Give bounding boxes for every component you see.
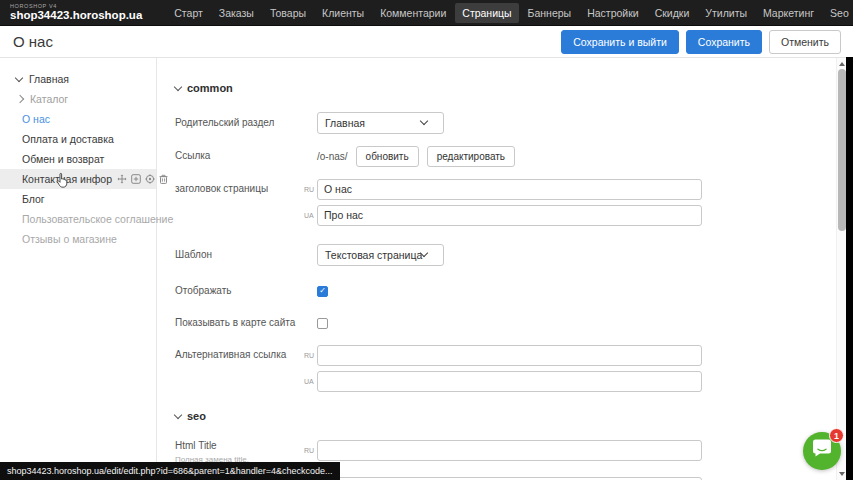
link-path-value: /o-nas/ bbox=[317, 151, 348, 162]
tree-item-label: Оплата и доставка bbox=[22, 133, 114, 145]
chevron-down-icon bbox=[174, 82, 182, 90]
lang-tag-ru: RU bbox=[303, 440, 317, 454]
header-buttons: Сохранить и выйти Сохранить Отменить bbox=[561, 30, 853, 54]
nav-item-comments[interactable]: Комментарии bbox=[373, 3, 453, 23]
section-common-header[interactable]: common bbox=[175, 82, 718, 94]
chat-bubble-icon bbox=[811, 439, 833, 463]
scrollbar-thumb[interactable] bbox=[838, 69, 846, 231]
alt-link-ru-input[interactable] bbox=[317, 345, 702, 366]
chevron-right-icon[interactable] bbox=[16, 95, 24, 103]
sitemap-label: Показывать в карте сайта bbox=[175, 317, 303, 330]
chevron-down-icon[interactable] bbox=[15, 73, 23, 81]
lang-tag-ua: UA bbox=[303, 212, 317, 219]
page-header: О нас Сохранить и выйти Сохранить Отмени… bbox=[0, 26, 853, 58]
html-title-label: Html Title bbox=[175, 440, 303, 453]
sitemap-row: Показывать в карте сайта bbox=[175, 312, 718, 334]
tree-item-label: Отзывы о магазине bbox=[22, 233, 117, 245]
tree-item-label: Контактная инфор bbox=[22, 173, 112, 185]
save-and-exit-button[interactable]: Сохранить и выйти bbox=[561, 30, 679, 54]
nav-item-products[interactable]: Товары bbox=[263, 3, 313, 23]
page-title: О нас bbox=[0, 33, 53, 50]
chat-widget-button[interactable]: 1 bbox=[803, 432, 841, 470]
template-select[interactable]: Текстовая страница bbox=[317, 244, 444, 266]
main-nav: Старт Заказы Товары Клиенты Комментарии … bbox=[166, 0, 853, 25]
pages-tree-sidebar: Главная Каталог О нас Оплата и доставка … bbox=[0, 58, 157, 480]
parent-section-label: Родительский раздел bbox=[175, 117, 303, 130]
screen-edge-black-strip bbox=[846, 57, 853, 480]
section-seo-title: seo bbox=[187, 410, 206, 422]
tree-item-kontaktnaya-infor[interactable]: Контактная инфор bbox=[0, 169, 156, 189]
chat-unread-badge: 1 bbox=[829, 428, 844, 443]
link-label: Ссылка bbox=[175, 150, 303, 163]
move-icon[interactable] bbox=[117, 174, 127, 184]
nav-item-utilities[interactable]: Утилиты bbox=[698, 3, 754, 23]
template-label: Шаблон bbox=[175, 249, 303, 262]
topbar: HOROSHOP V4 shop34423.horoshop.ua Старт … bbox=[0, 0, 853, 26]
section-common-title: common bbox=[187, 82, 233, 94]
page-title-ua-input[interactable] bbox=[317, 205, 702, 226]
nav-item-seo[interactable]: Seo bbox=[823, 3, 853, 23]
parent-section-row: Родительский раздел Главная bbox=[175, 112, 718, 134]
cancel-button[interactable]: Отменить bbox=[769, 30, 841, 54]
tree-item-polzovatelskoe-soglashenie[interactable]: Пользовательское соглашение bbox=[0, 209, 156, 229]
nav-item-pages[interactable]: Страницы bbox=[455, 3, 518, 23]
vertical-scrollbar[interactable] bbox=[836, 58, 846, 480]
lang-tag-ua: UA bbox=[303, 378, 317, 385]
add-page-icon[interactable] bbox=[131, 174, 141, 184]
sitemap-checkbox[interactable] bbox=[317, 318, 328, 329]
nav-item-settings[interactable]: Настройки bbox=[580, 3, 646, 23]
lang-tag-ru: RU bbox=[303, 352, 317, 359]
page-title-ru-input[interactable] bbox=[317, 179, 702, 200]
tree-item-label: Пользовательское соглашение bbox=[22, 213, 173, 225]
alt-link-ua-row: UA bbox=[175, 370, 718, 392]
html-title-ru-input[interactable] bbox=[317, 440, 702, 461]
parent-section-select[interactable]: Главная bbox=[317, 112, 444, 134]
save-button[interactable]: Сохранить bbox=[686, 30, 762, 54]
tree-item-obmen-i-vozvrat[interactable]: Обмен и возврат bbox=[0, 149, 156, 169]
display-row: Отображать ✓ bbox=[175, 280, 718, 302]
parent-section-selected-value: Главная bbox=[325, 117, 365, 129]
link-row: Ссылка /o-nas/ обновить редактировать bbox=[175, 145, 718, 167]
tree-item-o-nas[interactable]: О нас bbox=[0, 109, 156, 129]
tree-item-blog[interactable]: Блог bbox=[0, 189, 156, 209]
link-refresh-button[interactable]: обновить bbox=[356, 146, 419, 167]
page-title-ru-row: заголовок страницы RU bbox=[175, 178, 718, 200]
chevron-down-icon bbox=[174, 410, 182, 418]
nav-item-marketing[interactable]: Маркетинг bbox=[756, 3, 821, 23]
settings-gear-icon[interactable] bbox=[145, 174, 155, 184]
nav-item-start[interactable]: Старт bbox=[167, 3, 210, 23]
nav-item-discounts[interactable]: Скидки bbox=[648, 3, 697, 23]
tree-item-label: О нас bbox=[22, 113, 50, 125]
chevron-down-icon bbox=[420, 117, 428, 125]
tree-item-label: Каталог bbox=[30, 93, 68, 105]
tree-item-label: Блог bbox=[22, 193, 45, 205]
alt-link-ua-input[interactable] bbox=[317, 371, 702, 392]
lang-tag-ru: RU bbox=[303, 186, 317, 193]
display-checkbox[interactable]: ✓ bbox=[317, 286, 328, 297]
section-seo-header[interactable]: seo bbox=[175, 410, 718, 422]
template-selected-value: Текстовая страница bbox=[325, 249, 422, 261]
link-edit-button[interactable]: редактировать bbox=[427, 146, 515, 167]
nav-item-orders[interactable]: Заказы bbox=[212, 3, 261, 23]
tree-item-oplata-i-dostavka[interactable]: Оплата и доставка bbox=[0, 129, 156, 149]
display-label: Отображать bbox=[175, 285, 303, 298]
page-title-label: заголовок страницы bbox=[175, 183, 303, 196]
tree-item-label: Главная bbox=[29, 73, 69, 85]
tree-item-glavnaya[interactable]: Главная bbox=[0, 69, 156, 89]
tree-item-otzyvy-o-magazine[interactable]: Отзывы о магазине bbox=[0, 229, 156, 249]
brand-domain-label: shop34423.horoshop.ua bbox=[10, 10, 142, 22]
template-row: Шаблон Текстовая страница bbox=[175, 244, 718, 266]
alt-link-ru-row: Альтернативная ссылка RU bbox=[175, 344, 718, 366]
browser-link-status-tooltip: shop34423.horoshop.ua/edit/edit.php?id=6… bbox=[0, 462, 340, 480]
page-title-ua-row: UA bbox=[175, 204, 718, 226]
page-edit-form: common Родительский раздел Главная Ссылк… bbox=[158, 58, 718, 480]
nav-item-clients[interactable]: Клиенты bbox=[315, 3, 371, 23]
tree-item-katalog[interactable]: Каталог bbox=[0, 89, 156, 109]
tree-item-label: Обмен и возврат bbox=[22, 153, 104, 165]
brand-logo[interactable]: HOROSHOP V4 shop34423.horoshop.ua bbox=[0, 4, 142, 22]
alt-link-label: Альтернативная ссылка bbox=[175, 349, 303, 362]
nav-item-banners[interactable]: Баннеры bbox=[521, 3, 579, 23]
